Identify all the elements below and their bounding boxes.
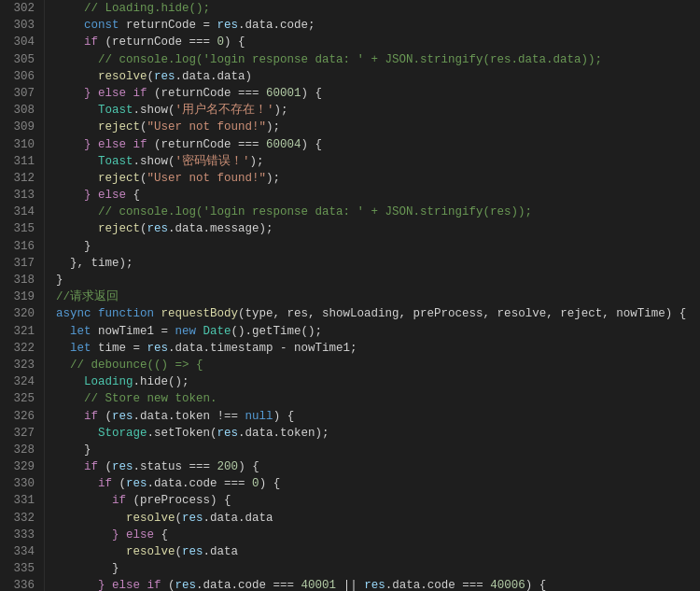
- line-number: 315: [6, 220, 35, 237]
- code-line: } else {: [56, 187, 700, 204]
- code-line: if (preProcess) {: [56, 492, 700, 509]
- code-line: } else {: [56, 527, 700, 543]
- line-number: 325: [6, 390, 35, 407]
- code-line: if (res.status === 200) {: [56, 458, 700, 475]
- line-number: 333: [6, 527, 35, 543]
- line-number: 305: [6, 51, 35, 68]
- code-line: let nowTime1 = new Date().getTime();: [56, 323, 700, 340]
- code-line: const returnCode = res.data.code;: [56, 17, 700, 34]
- line-number: 320: [6, 305, 35, 322]
- line-number: 307: [6, 85, 35, 102]
- line-number: 302: [6, 0, 35, 17]
- line-number: 316: [6, 238, 35, 255]
- code-line: Toast.show('密码错误！');: [56, 153, 700, 170]
- line-number: 324: [6, 373, 35, 390]
- code-line: }: [56, 238, 700, 255]
- line-number: 321: [6, 323, 35, 340]
- line-number: 313: [6, 187, 35, 204]
- line-number: 332: [6, 510, 35, 527]
- line-numbers: 3023033043053063073083093103113123133143…: [0, 0, 45, 591]
- line-number: 335: [6, 560, 35, 577]
- code-line: } else if (returnCode === 60001) {: [56, 85, 700, 102]
- code-line: }, time);: [56, 255, 700, 272]
- line-number: 326: [6, 408, 35, 425]
- code-line: reject("User not found!");: [56, 119, 700, 135]
- code-line: async function requestBody(type, res, sh…: [56, 305, 700, 322]
- code-line: // debounce(() => {: [56, 357, 700, 373]
- code-line: reject(res.data.message);: [56, 220, 700, 237]
- line-number: 310: [6, 136, 35, 153]
- code-line: }: [56, 560, 700, 577]
- code-line: Toast.show('用户名不存在！');: [56, 102, 700, 119]
- line-number: 323: [6, 357, 35, 373]
- line-number: 328: [6, 442, 35, 458]
- code-line: if (res.data.code === 0) {: [56, 475, 700, 492]
- code-line: //请求返回: [56, 288, 700, 305]
- code-line: // console.log('login response data: ' +…: [56, 204, 700, 220]
- code-line: } else if (returnCode === 60004) {: [56, 136, 700, 153]
- code-line: // Store new token.: [56, 390, 700, 407]
- code-line: reject("User not found!");: [56, 170, 700, 187]
- code-line: // console.log('login response data: ' +…: [56, 51, 700, 68]
- line-number: 317: [6, 255, 35, 272]
- line-number: 308: [6, 102, 35, 119]
- line-number: 309: [6, 119, 35, 135]
- code-line: }: [56, 442, 700, 458]
- line-number: 304: [6, 34, 35, 50]
- line-number: 331: [6, 492, 35, 509]
- line-number: 329: [6, 458, 35, 475]
- line-number: 303: [6, 17, 35, 34]
- line-number: 311: [6, 153, 35, 170]
- line-number: 327: [6, 425, 35, 442]
- code-line: if (res.data.token !== null) {: [56, 408, 700, 425]
- line-number: 306: [6, 68, 35, 85]
- code-line: Loading.hide();: [56, 373, 700, 390]
- line-number: 322: [6, 340, 35, 357]
- line-number: 312: [6, 170, 35, 187]
- line-number: 334: [6, 543, 35, 560]
- code-line: Storage.setToken(res.data.token);: [56, 425, 700, 442]
- line-number: 319: [6, 288, 35, 305]
- code-line: // Loading.hide();: [56, 0, 700, 17]
- code-editor: 3023033043053063073083093103113123133143…: [0, 0, 700, 591]
- line-number: 318: [6, 272, 35, 288]
- code-line: resolve(res.data: [56, 543, 700, 560]
- line-number: 314: [6, 204, 35, 220]
- line-number: 330: [6, 475, 35, 492]
- code-content: // Loading.hide(); const returnCode = re…: [45, 0, 700, 591]
- code-line: resolve(res.data.data: [56, 510, 700, 527]
- code-line: resolve(res.data.data): [56, 68, 700, 85]
- code-line: let time = res.data.timestamp - nowTime1…: [56, 340, 700, 357]
- code-line: }: [56, 272, 700, 288]
- code-line: if (returnCode === 0) {: [56, 34, 700, 50]
- code-line: } else if (res.data.code === 40001 || re…: [56, 577, 700, 591]
- line-number: 336: [6, 577, 35, 591]
